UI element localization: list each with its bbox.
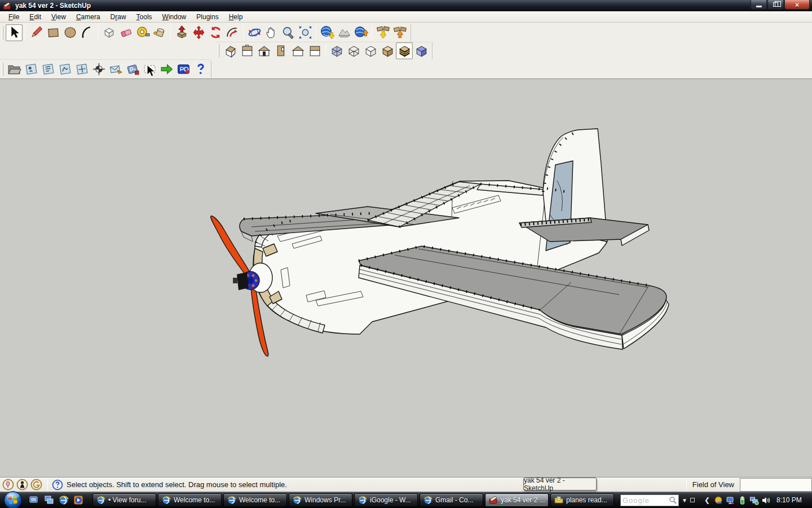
menu-view[interactable]: View [46, 12, 71, 22]
restore-icon [773, 2, 778, 7]
ie-task-icon [423, 496, 433, 505]
place-model-tool[interactable] [352, 24, 369, 41]
select-tool[interactable] [6, 24, 23, 41]
deskband-restore-icon[interactable] [690, 498, 695, 502]
push-pull-tool[interactable] [173, 24, 190, 41]
battery-tray-icon[interactable] [738, 496, 747, 505]
center-of-mass-tool[interactable] [90, 61, 107, 78]
plugin-a-tool[interactable] [23, 61, 39, 78]
toolbar-views-styles [216, 42, 433, 59]
arc-tool[interactable] [78, 24, 95, 41]
front-tool[interactable] [255, 42, 272, 59]
zoom-extents-tool[interactable] [297, 24, 314, 41]
share-model-tool[interactable] [391, 24, 408, 41]
search-dropdown-icon[interactable]: ▼ [682, 497, 687, 503]
menu-tools[interactable]: Tools [131, 12, 157, 22]
menu-edit[interactable]: Edit [24, 12, 46, 22]
open-folder-tool[interactable] [6, 61, 23, 78]
plugin-b-tool[interactable] [39, 61, 56, 78]
get-models-tool[interactable] [374, 24, 391, 41]
search-icon [669, 496, 677, 504]
measurement-input[interactable] [740, 478, 812, 492]
circle-tool[interactable] [61, 24, 78, 41]
right-tool[interactable] [272, 42, 289, 59]
eraser-tool[interactable] [117, 24, 134, 41]
get-current-view-tool[interactable] [319, 24, 336, 41]
task-button-1[interactable]: Welcome to... [158, 493, 222, 507]
send-mail-tool[interactable] [107, 61, 124, 78]
show-desktop-icon[interactable] [29, 494, 40, 506]
taskbar-clock: 8:10 PM [776, 496, 802, 504]
shaded-tool[interactable] [379, 42, 396, 59]
task-button-3[interactable]: Windows Pr... [289, 493, 352, 507]
minimize-icon [756, 6, 762, 7]
menu-help[interactable]: Help [224, 12, 248, 22]
run-export-tool[interactable] [158, 61, 175, 78]
menu-plugins[interactable]: Plugins [191, 12, 223, 22]
menu-window[interactable]: Window [157, 12, 192, 22]
network-tray-icon[interactable] [749, 496, 759, 505]
update-tray-icon[interactable] [714, 496, 723, 505]
hidden-line-tool[interactable] [362, 42, 379, 59]
media-player-icon[interactable] [73, 494, 84, 506]
toolbar-main [0, 23, 411, 42]
switch-windows-icon[interactable] [43, 494, 55, 506]
tray-collapse-icon[interactable]: ❮ [704, 496, 710, 504]
monochrome-tool[interactable] [413, 42, 430, 59]
internet-explorer-icon[interactable] [58, 494, 69, 506]
offset-tool[interactable] [224, 24, 241, 41]
tape-measure-tool[interactable] [134, 24, 151, 41]
task-button-7[interactable]: planes read... [550, 493, 614, 507]
zoom-tool[interactable] [280, 24, 297, 41]
back-tool[interactable] [289, 42, 306, 59]
iso-tool[interactable] [222, 42, 239, 59]
task-label: Welcome to... [239, 496, 280, 504]
google-search-input[interactable]: Google [620, 494, 679, 506]
geolocation-status-icon[interactable] [2, 479, 14, 491]
ie-task-icon [227, 496, 236, 505]
task-button-6[interactable]: yak 54 ver 2 ... [485, 493, 549, 507]
toolbar-dock [0, 23, 812, 79]
plugin-c-tool[interactable] [56, 61, 73, 78]
google-status-icon[interactable] [30, 479, 42, 491]
measurement-label: Field of View [692, 480, 734, 489]
toolbar-separator [325, 43, 326, 58]
restore-button[interactable] [767, 0, 784, 10]
task-button-0[interactable]: • View foru... [92, 493, 156, 507]
menu-file[interactable]: File [3, 12, 24, 22]
task-label: iGoogle - W... [370, 496, 411, 504]
file-export-tool[interactable] [175, 61, 192, 78]
pan-tool[interactable] [263, 24, 280, 41]
rectangle-tool[interactable] [45, 24, 61, 41]
line-tool[interactable] [28, 24, 45, 41]
task-button-5[interactable]: Gmail - Co... [420, 493, 483, 507]
help-tool[interactable] [192, 61, 209, 78]
hint-question-icon [52, 479, 63, 491]
toggle-terrain-tool[interactable] [336, 24, 352, 41]
drawing-canvas[interactable] [0, 79, 812, 477]
toolbar-plugins [0, 59, 211, 78]
ie-task-icon [293, 496, 302, 505]
move-tool[interactable] [190, 24, 207, 41]
start-button[interactable] [3, 491, 23, 508]
x-ray-tool[interactable] [328, 42, 345, 59]
display-tray-icon[interactable] [726, 496, 735, 505]
credit-status-icon[interactable] [16, 479, 28, 491]
rotate-tool[interactable] [207, 24, 224, 41]
left-tool[interactable] [306, 42, 323, 59]
menu-draw[interactable]: Draw [105, 12, 131, 22]
volume-tray-icon[interactable] [761, 496, 771, 505]
menu-camera[interactable]: Camera [71, 12, 105, 22]
task-button-2[interactable]: Welcome to... [223, 493, 287, 507]
top-tool[interactable] [239, 42, 255, 59]
make-component-tool[interactable] [100, 24, 117, 41]
task-button-4[interactable]: iGoogle - W... [354, 493, 418, 507]
wireframe-tool[interactable] [345, 42, 362, 59]
minimize-button[interactable] [751, 0, 767, 10]
ps-export-tool[interactable] [124, 61, 141, 78]
shaded-textures-tool[interactable] [396, 42, 413, 59]
plugin-d-tool[interactable] [73, 61, 90, 78]
close-button[interactable]: × [784, 0, 810, 10]
paint-bucket-tool[interactable] [151, 24, 168, 41]
orbit-tool[interactable] [246, 24, 263, 41]
